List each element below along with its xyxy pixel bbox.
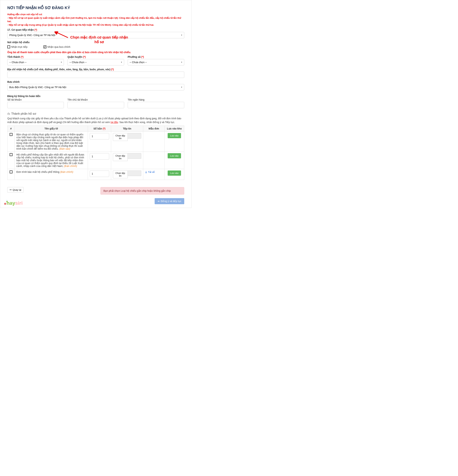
doc-name-cell: Đơn trình báo mất hộ chiếu phổ thông (Bả… <box>15 169 88 180</box>
postal-label: Bưu chính <box>7 80 184 83</box>
row-checkbox[interactable] <box>10 170 12 173</box>
ward-select[interactable]: -- Chưa chọn -- <box>128 59 184 66</box>
col-name: Tên giấy tờ <box>15 126 88 132</box>
col-qty: Số bản (*) <box>88 126 111 132</box>
agency-select[interactable]: Phòng Quản lý XNC- Công an TP Hà Nội <box>7 32 184 38</box>
table-row: Hộ chiếu phổ thông cấp lần gần nhất đối … <box>8 152 184 169</box>
haysiri-logo: 🍃 ● haysiri <box>4 200 23 206</box>
account-name-input[interactable] <box>68 102 124 108</box>
qty-input[interactable] <box>90 133 109 139</box>
col-num: # <box>8 126 15 132</box>
save-to-store-button[interactable]: Lưu vào <box>168 170 181 176</box>
folder-icon: 🗀 <box>7 112 10 115</box>
submit-button[interactable]: ➔ Đồng ý và tiếp tục <box>155 198 184 204</box>
province-select[interactable]: -- Chưa chọn -- <box>7 59 64 66</box>
qty-input[interactable] <box>90 170 109 177</box>
qty-input[interactable] <box>90 153 109 160</box>
download-link[interactable]: ⭳ Tải về <box>145 171 155 173</box>
account-no-input[interactable] <box>7 102 64 108</box>
address-input[interactable] <box>7 71 184 78</box>
doc-name-cell: Hộ chiếu phổ thông cấp lần gần nhất đối … <box>15 152 88 169</box>
receipt-post-checkbox[interactable]: ✔ <box>43 45 46 48</box>
template-cell <box>143 152 165 169</box>
row-checkbox[interactable] <box>10 153 12 156</box>
receipt-post-label: Nhận qua bưu chính <box>47 45 70 48</box>
district-label: Quận huyện (*) <box>68 55 124 58</box>
back-button[interactable]: 🠔 Quay lại <box>7 187 24 193</box>
docs-table: # Tên giấy tờ Số bản (*) Tệp tin Mẫu đơn… <box>7 126 184 180</box>
col-file: Tệp tin <box>111 126 143 132</box>
postal-select[interactable]: Bưu điện Phòng Quản lý XNC- Công an TP H… <box>7 84 184 90</box>
table-row: Đơn trình báo mất hộ chiếu phổ thông (Bả… <box>8 169 184 180</box>
page-title: NƠI TIẾP NHẬN HỒ SƠ ĐĂNG KÝ <box>7 6 184 10</box>
download-icon: ⭳ <box>145 171 147 173</box>
doc-name-cell: Bản chụp có chứng thực giấy tờ do cơ qua… <box>15 132 88 152</box>
error-alert: Bạn phải chọn Loại hộ chiếu gắn chip hoặ… <box>100 187 184 195</box>
address-label: Địa chỉ nhận hộ chiếu (số nhà, đường phố… <box>7 68 184 71</box>
choose-file-button[interactable]: Chọn tệp tin <box>113 153 128 161</box>
docs-guide-link[interactable]: tại đây <box>110 121 118 124</box>
agency-label: 17. Cơ quan tiếp nhận (*) <box>7 28 184 31</box>
ward-label: Phường xã (*) <box>128 55 184 58</box>
instruction-line-1: - Nộp hồ sơ tại cơ quan quản lý xuất nhậ… <box>7 16 184 23</box>
save-to-store-button[interactable]: Lưu vào <box>168 153 181 158</box>
col-save: Lưu vào kho <box>165 126 184 132</box>
row-checkbox[interactable] <box>10 133 12 136</box>
arrow-right-icon: ➔ <box>157 200 160 203</box>
template-cell <box>143 132 165 152</box>
template-cell: ⭳ Tải về <box>143 169 165 180</box>
file-display <box>128 153 141 159</box>
col-template: Mẫu đơn <box>143 126 165 132</box>
receipt-direct-label: Nhận trực tiếp <box>11 45 27 48</box>
choose-file-button[interactable]: Chọn tệp tin <box>113 170 128 178</box>
arrow-left-icon: 🠔 <box>10 188 12 191</box>
file-display <box>128 170 141 176</box>
instructions-block: Hướng dẫn chọn nơi nộp hồ sơ: - Nộp hồ s… <box>7 13 184 26</box>
bank-input[interactable] <box>128 102 184 108</box>
account-no-label: Số tài khoản <box>7 98 64 101</box>
instruction-line-2: - Nộp hồ sơ tại cấp trung ương (Cục Quản… <box>7 23 184 27</box>
account-name-label: Tên chủ tài khoản <box>68 98 124 101</box>
docs-description: Quý khách cung cấp các giấy tờ theo yêu … <box>7 117 184 124</box>
table-row: Bản chụp có chứng thực giấy tờ do cơ qua… <box>8 132 184 152</box>
bank-label: Tên ngân hàng <box>128 98 184 101</box>
save-to-store-button[interactable]: Lưu vào <box>168 133 181 138</box>
postal-fee-note: Ông bà sẽ thanh toán cước chuyển phát th… <box>7 51 184 54</box>
refund-section-label: Đăng ký thông tin hoàn tiền <box>7 95 184 98</box>
province-label: Tỉnh thành (*) <box>7 55 64 58</box>
file-display <box>128 133 141 139</box>
district-select[interactable]: -- Chưa chọn -- <box>68 59 124 66</box>
receipt-direct-checkbox[interactable] <box>7 45 10 48</box>
choose-file-button[interactable]: Chọn tệp tin <box>113 133 128 141</box>
docs-section-title: 🗀 Thành phần hồ sơ <box>7 112 184 116</box>
instructions-heading: Hướng dẫn chọn nơi nộp hồ sơ: <box>7 13 184 16</box>
receipt-method-label: Nơi nhận hộ chiếu <box>7 41 184 44</box>
